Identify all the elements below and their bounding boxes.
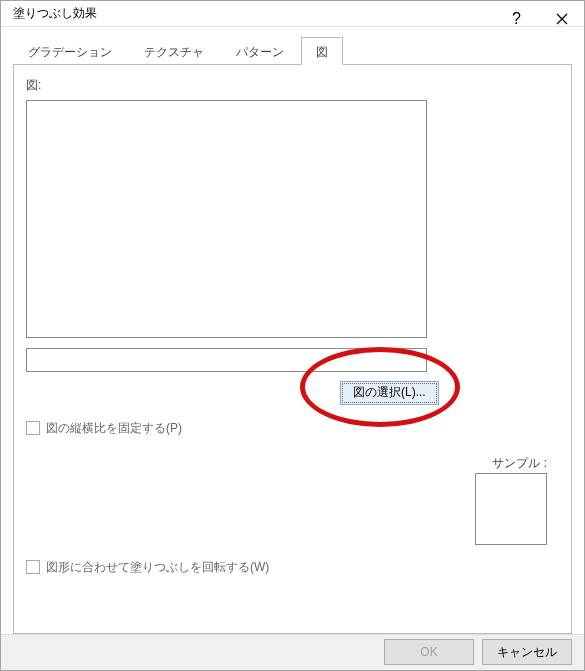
cancel-button-label: キャンセル xyxy=(497,644,557,661)
rotate-with-shape-checkbox-row: 図形に合わせて塗りつぶしを回転する(W) xyxy=(26,559,269,576)
sample-preview xyxy=(475,473,547,545)
tab-pattern[interactable]: パターン xyxy=(221,37,299,65)
dialog-footer: OK キャンセル xyxy=(1,634,584,670)
tab-texture[interactable]: テクスチャ xyxy=(129,37,219,65)
lock-aspect-label: 図の縦横比を固定する(P) xyxy=(46,420,182,437)
rotate-with-shape-label: 図形に合わせて塗りつぶしを回転する(W) xyxy=(46,559,269,576)
tab-label: テクスチャ xyxy=(144,45,204,59)
tab-strip: グラデーション テクスチャ パターン 図 xyxy=(13,37,572,65)
tab-picture[interactable]: 図 xyxy=(301,37,343,65)
picture-path-field[interactable] xyxy=(26,348,427,372)
ok-button-label: OK xyxy=(420,645,437,659)
rotate-with-shape-checkbox[interactable] xyxy=(26,560,40,574)
cancel-button[interactable]: キャンセル xyxy=(482,639,572,665)
select-picture-button-label: 図の選択(L)... xyxy=(353,384,426,401)
window-title: 塗りつぶし効果 xyxy=(13,5,97,22)
sample-label: サンプル : xyxy=(492,455,547,472)
tab-label: グラデーション xyxy=(28,45,112,59)
tab-gradient[interactable]: グラデーション xyxy=(13,37,127,65)
tab-label: パターン xyxy=(236,45,284,59)
tab-label: 図 xyxy=(316,45,328,59)
titlebar: 塗りつぶし効果 ? xyxy=(1,1,584,27)
picture-preview xyxy=(26,100,427,338)
fill-effects-dialog: 塗りつぶし効果 ? グラデーション テクスチャ パターン 図 図: 図の選択(L… xyxy=(0,0,585,671)
picture-panel: 図: 図の選択(L)... 図の縦横比を固定する(P) サンプル : 図形に合わ… xyxy=(13,64,572,634)
picture-label: 図: xyxy=(26,77,559,94)
select-picture-button[interactable]: 図の選択(L)... xyxy=(340,381,439,405)
close-icon xyxy=(556,13,568,25)
lock-aspect-checkbox[interactable] xyxy=(26,421,40,435)
dialog-body: グラデーション テクスチャ パターン 図 図: 図の選択(L)... 図の縦横比… xyxy=(1,27,584,634)
lock-aspect-checkbox-row: 図の縦横比を固定する(P) xyxy=(26,420,182,437)
ok-button[interactable]: OK xyxy=(384,639,474,665)
